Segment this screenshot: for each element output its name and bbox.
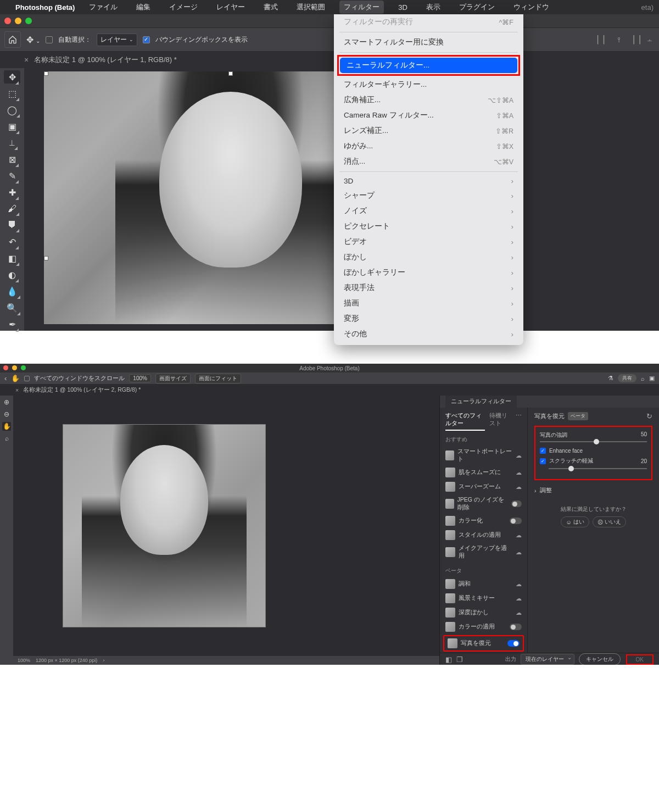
nf-makeup[interactable]: メイクアップを適用☁ bbox=[440, 542, 527, 562]
nf-super-zoom[interactable]: スーパーズーム☁ bbox=[440, 480, 527, 494]
filter-sub-video[interactable]: ビデオ› bbox=[334, 234, 523, 249]
photo-enhance-slider[interactable] bbox=[540, 441, 647, 442]
maximize-window-2[interactable] bbox=[21, 365, 26, 370]
menu-window[interactable]: ウィンドウ bbox=[509, 1, 554, 14]
eyedropper-tool[interactable]: ✎ bbox=[4, 169, 20, 182]
move-tool-icon[interactable]: ✥ ⌄ bbox=[26, 35, 40, 45]
home-button[interactable] bbox=[4, 31, 21, 48]
share-button[interactable]: 共有 bbox=[618, 374, 636, 382]
menu-type[interactable]: 書式 bbox=[259, 1, 282, 14]
output-dropdown[interactable]: 現在のレイヤー bbox=[521, 654, 574, 665]
feedback-yes-button[interactable]: ☺はい bbox=[561, 516, 589, 527]
menu-plugins[interactable]: プラグイン bbox=[455, 1, 499, 14]
eraser-tool[interactable]: ◧ bbox=[4, 252, 20, 265]
nf-tab-all[interactable]: すべてのフィルター bbox=[445, 412, 485, 431]
filter-vanishing[interactable]: 消点...⌥⌘V bbox=[334, 154, 523, 169]
scratch-slider[interactable] bbox=[549, 468, 647, 469]
fit-screen-button[interactable]: 画面サイズ bbox=[155, 374, 191, 383]
fit-window-button[interactable]: 画面にフィット bbox=[195, 374, 241, 383]
document-tab-2[interactable]: × 名称未設定 1 @ 100% (レイヤー 2, RGB/8) * bbox=[0, 385, 659, 396]
filter-wide-angle[interactable]: 広角補正...⌥⇧⌘A bbox=[334, 92, 523, 108]
menu-edit[interactable]: 編集 bbox=[132, 1, 155, 14]
filter-sub-render[interactable]: 描画› bbox=[334, 296, 523, 311]
lasso-tool[interactable]: ◯ bbox=[4, 103, 20, 116]
move-tool[interactable]: ✥ bbox=[4, 70, 20, 84]
reset-icon[interactable]: ↻ bbox=[646, 412, 652, 420]
subtract-selection-icon[interactable]: ⊖ bbox=[2, 410, 11, 419]
filter-sub-pixelate[interactable]: ピクセレート› bbox=[334, 219, 523, 234]
filter-sub-blur-gallery[interactable]: ぼかしギャラリー› bbox=[334, 265, 523, 280]
zoom-tool-mini[interactable]: ⌕ bbox=[2, 434, 11, 443]
nf-depth-blur[interactable]: 深度ぼかし☁ bbox=[440, 605, 527, 620]
maximize-window-button[interactable] bbox=[25, 18, 32, 24]
filter-neural[interactable]: ニューラルフィルター... bbox=[340, 58, 517, 73]
close-window-button[interactable] bbox=[4, 18, 11, 24]
hand-tool-icon[interactable]: ✋ bbox=[11, 374, 20, 382]
bbox-checkbox[interactable] bbox=[143, 36, 150, 43]
filter-camera-raw[interactable]: Camera Raw フィルター...⇧⌘A bbox=[334, 108, 523, 123]
layers-icon[interactable]: ❐ bbox=[456, 655, 463, 664]
adjust-accordion[interactable]: ›調整 bbox=[534, 485, 652, 497]
dodge-tool[interactable]: 🔍 bbox=[4, 301, 20, 314]
menu-layer[interactable]: レイヤー bbox=[212, 1, 249, 14]
filter-liquify[interactable]: ゆがみ...⇧⌘X bbox=[334, 138, 523, 154]
close-window-2[interactable] bbox=[3, 365, 8, 370]
menu-view[interactable]: 表示 bbox=[422, 1, 445, 14]
nf-tab-waitlist[interactable]: 待機リスト bbox=[489, 412, 511, 431]
crop-tool[interactable]: ⟂ bbox=[4, 136, 20, 149]
marquee-tool[interactable]: ⬚ bbox=[4, 87, 20, 100]
filter-sub-3d[interactable]: 3D› bbox=[334, 174, 523, 188]
minimize-window-button[interactable] bbox=[15, 18, 21, 24]
search-icon[interactable]: ⌕ bbox=[641, 375, 645, 382]
feedback-no-button[interactable]: ☹いいえ bbox=[593, 516, 626, 527]
status-chevron-icon[interactable]: › bbox=[103, 658, 104, 663]
hand-tool-mini[interactable]: ✋ bbox=[2, 422, 11, 431]
healing-tool[interactable]: ✚ bbox=[4, 186, 20, 199]
filter-sub-sharpen[interactable]: シャープ› bbox=[334, 188, 523, 203]
workspace-icon[interactable]: ▣ bbox=[649, 375, 655, 382]
beaker-icon[interactable]: ⚗ bbox=[608, 375, 613, 382]
filter-smart-convert[interactable]: スマートフィルター用に変換 bbox=[334, 35, 523, 50]
add-selection-icon[interactable]: ⊕ bbox=[2, 398, 11, 407]
nf-more-icon[interactable]: ⋯ bbox=[516, 412, 522, 431]
tab-close-button[interactable]: × bbox=[24, 55, 29, 64]
nf-landscape-mixer[interactable]: 風景ミキサー☁ bbox=[440, 591, 527, 605]
filter-sub-blur[interactable]: ぼかし› bbox=[334, 249, 523, 265]
filter-sub-other[interactable]: その他› bbox=[334, 326, 523, 342]
filter-sub-stylize[interactable]: 表現手法› bbox=[334, 280, 523, 296]
menu-3d[interactable]: 3D bbox=[394, 2, 412, 13]
blur-tool[interactable]: 💧 bbox=[4, 285, 20, 298]
nf-skin-smooth[interactable]: 肌をスムーズに☁ bbox=[440, 465, 527, 480]
nf-panel-tab[interactable]: ニューラルフィルター bbox=[445, 396, 517, 408]
frame-tool[interactable]: ⊠ bbox=[4, 153, 20, 166]
scratch-checkbox[interactable]: ✓ bbox=[540, 458, 546, 464]
history-brush-tool[interactable]: ↶ bbox=[4, 235, 20, 248]
menu-filter[interactable]: フィルター bbox=[339, 1, 384, 14]
stamp-tool[interactable]: ⛊ bbox=[4, 219, 20, 232]
document-tab-title[interactable]: 名称未設定 1 @ 100% (レイヤー 1, RGB/8) * bbox=[34, 55, 177, 65]
transform-handle-tl[interactable] bbox=[44, 71, 48, 76]
nf-photo-restore[interactable]: 写真を復元 bbox=[443, 635, 524, 652]
nav-back-icon[interactable]: ‹ bbox=[4, 374, 7, 382]
menu-file[interactable]: ファイル bbox=[85, 1, 122, 14]
filter-sub-distort[interactable]: 変形› bbox=[334, 311, 523, 326]
nf-style-transfer[interactable]: スタイルの適用☁ bbox=[440, 528, 527, 542]
transform-handle-ml[interactable] bbox=[44, 256, 48, 260]
cancel-button[interactable]: キャンセル bbox=[579, 653, 621, 665]
pen-tool[interactable]: ✒ bbox=[4, 318, 20, 331]
auto-select-dropdown[interactable]: レイヤー⌄ bbox=[97, 34, 137, 46]
align-top-icon[interactable]: ⫠ bbox=[645, 35, 655, 45]
filter-gallery[interactable]: フィルターギャラリー... bbox=[334, 77, 523, 92]
zoom-value[interactable]: 100% bbox=[129, 374, 151, 382]
align-left-icon[interactable]: ▏▏ bbox=[599, 35, 608, 45]
align-right-icon[interactable]: ▕▕ bbox=[629, 35, 639, 45]
nf-harmonize[interactable]: 調和☁ bbox=[440, 577, 527, 591]
nf-smart-portrait[interactable]: スマートポートレート☁ bbox=[440, 446, 527, 465]
enhance-face-checkbox[interactable]: ✓ bbox=[540, 448, 546, 454]
brush-tool[interactable]: 🖌 bbox=[4, 202, 20, 215]
minimize-window-2[interactable] bbox=[12, 365, 17, 370]
menu-select[interactable]: 選択範囲 bbox=[292, 1, 330, 14]
gradient-tool[interactable]: ◐ bbox=[4, 268, 20, 281]
filter-lens[interactable]: レンズ補正...⇧⌘R bbox=[334, 123, 523, 138]
nf-color-transfer[interactable]: カラーの適用 bbox=[440, 620, 527, 634]
